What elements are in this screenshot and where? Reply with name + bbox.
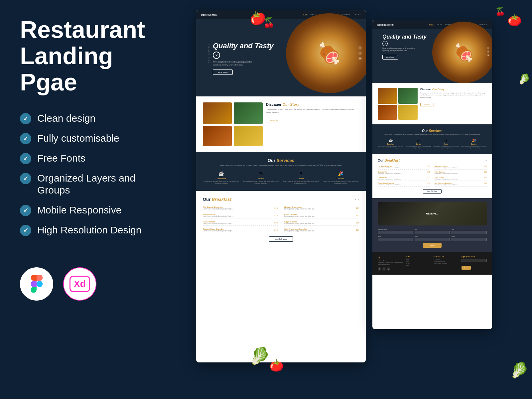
- rm-services-title: Our Services: [378, 129, 487, 133]
- item-8-price: $16: [356, 229, 359, 231]
- rm-about-text: Discauer Our Story Lorem ipsum is simply…: [420, 88, 487, 120]
- rm-about-btn[interactable]: About Us: [420, 103, 434, 106]
- main-title: Restaurant Landing Pgae: [20, 17, 143, 96]
- feature-text-responsive: Mobile Responsive: [37, 204, 121, 216]
- rm-footer-col-3: CONTACT US 📞 12345678✉ info@example.com📍…: [434, 256, 459, 271]
- rm-footer-tw-icon[interactable]: t: [382, 267, 386, 271]
- service-item-breakfast: ☕ Breakfast Lorem ipsum is simply dummy …: [203, 171, 240, 185]
- dinner-icon: 🕯: [282, 171, 320, 176]
- item-2-info: Lorem ipsum is simply dummy text of the …: [284, 208, 315, 210]
- item-5-info: Lorem ipsum is simply dummy text of the …: [203, 223, 233, 224]
- rm-services-grid: ☕ Breakfast Lorem ipsum is simply dummy …: [378, 139, 487, 149]
- rm-hero: Delicious Meal HOME ABOUT SERVICES MENU …: [372, 20, 492, 83]
- rm-photo-4: [398, 105, 418, 120]
- rm-form-time: Time: [452, 229, 487, 234]
- service-item-custom: 🎉 Custom Lorem ipsum is simply dummy tex…: [322, 171, 359, 185]
- services-grid: ☕ Breakfast Lorem ipsum is simply dummy …: [203, 171, 359, 185]
- menu-item-6: Eggs & Toast Lorem ipsum is simply dummy…: [284, 220, 359, 226]
- about-body: Lorem Ipsum is simply dummy text of the …: [266, 108, 359, 113]
- rm-about-body: Lorem ipsum is simply dummy text of the …: [420, 92, 487, 98]
- mockup-services: Our Services Lorem Ipsum is simply dummy…: [196, 152, 366, 191]
- menu-next-icon[interactable]: ›: [358, 198, 359, 201]
- lunch-name: Lunch: [243, 178, 280, 180]
- about-btn[interactable]: About Us: [266, 118, 282, 122]
- feature-item-fonts: Free Fonts: [20, 152, 143, 164]
- rm-label-people: How Many People: [378, 229, 413, 230]
- rm-hero-icon: ✕: [382, 41, 388, 46]
- menu-item-7: Classic Eggs Benedict Lorem ipsum is sim…: [203, 227, 278, 233]
- dinner-desc: Lorem ipsum is simply dummy text of the …: [282, 181, 320, 185]
- lunch-icon: 🍽: [243, 171, 280, 176]
- lunch-desc: Lorem ipsum is simply dummy text of the …: [243, 181, 280, 185]
- nav-link-home: HOME: [303, 14, 308, 16]
- rm-view-full-menu-btn[interactable]: View Full Menu: [423, 189, 442, 194]
- rm-input-email[interactable]: [415, 238, 450, 241]
- feature-item-layers: Organized Layers and Groups: [20, 172, 143, 196]
- rm-nav-contact: CONTACT: [479, 24, 487, 26]
- rm-reserve: Reserve... How Many People Date Time Nam…: [372, 198, 492, 252]
- rm-submit-btn[interactable]: Submit: [423, 243, 442, 248]
- rm-newsletter-input[interactable]: [462, 259, 487, 262]
- menu-item-4: Fried Chicken Lorem ipsum is simply dumm…: [284, 212, 359, 218]
- check-icon-customisable: [20, 133, 31, 144]
- view-full-menu-btn[interactable]: View Full Menu: [269, 236, 293, 242]
- rm-form-row-2: Name Email Phone: [378, 236, 487, 241]
- rm-label-email: Email: [415, 236, 450, 237]
- rm-form-email: Email: [415, 236, 450, 241]
- rm-footer-fb-icon[interactable]: f: [378, 267, 381, 271]
- feature-item-resolution: High Resolution Design: [20, 224, 143, 236]
- rm-hero-subtitle: We're completely independent, priding ou…: [382, 48, 416, 52]
- hero-view-menu-btn[interactable]: View Menu: [213, 69, 233, 75]
- rm-input-time[interactable]: [452, 231, 487, 234]
- custom-desc: Lorem ipsum is simply dummy text of the …: [322, 181, 359, 185]
- rm-menu: Our Breakfast ‹ › The Roast Breakfast Lo…: [372, 154, 492, 198]
- rm-input-phone[interactable]: [452, 238, 487, 241]
- tool-icons: Xd: [20, 267, 143, 301]
- rm-lunch-desc: Lorem ipsum is simply dummy text of the …: [405, 146, 431, 149]
- rm-item-7-price: $14: [427, 183, 430, 186]
- rm-input-people[interactable]: [378, 231, 413, 234]
- feature-item-responsive: Mobile Responsive: [20, 204, 143, 216]
- rm-dinner-desc: Lorem ipsum is simply dummy text of the …: [433, 146, 459, 149]
- rm-services: Our Services Lorem ipsum is simply dummy…: [372, 124, 492, 154]
- figma-badge: [20, 267, 53, 301]
- rm-menu-item-5: Corned Beef Lorem ipsum is simply dummy …: [378, 176, 430, 181]
- nav-link-contact: CONTACT: [353, 14, 361, 16]
- rm-about-title: Discauer Our Story: [420, 88, 487, 91]
- feature-item-clean: Clean design: [20, 112, 143, 124]
- rm-footer-col-2: HOME AboutMenuServicesBlogs: [406, 256, 431, 271]
- rm-menu-prev[interactable]: ‹: [484, 159, 485, 162]
- rm-newsletter-submit[interactable]: Submit: [462, 266, 471, 270]
- xd-label: Xd: [69, 276, 90, 292]
- service-item-lunch: 🍽 Lunch Lorem ipsum is simply dummy text…: [243, 171, 280, 185]
- rm-menu-next[interactable]: ›: [486, 159, 487, 162]
- services-title-italic: Services: [277, 158, 295, 163]
- menu-item-5: Corned Beef Lorem ipsum is simply dummy …: [203, 220, 278, 226]
- rm-service-breakfast: ☕ Breakfast Lorem ipsum is simply dummy …: [378, 139, 404, 149]
- rm-hero-btn[interactable]: View Menu: [382, 55, 398, 60]
- mockup-about: Discauer Our Story Lorem Ipsum is simply…: [196, 96, 366, 152]
- item-4-info: Lorem ipsum is simply dummy text of the …: [284, 215, 315, 217]
- rm-custom-desc: Lorem ipsum is simply dummy text of the …: [461, 146, 487, 149]
- menu-item-8: San Francisco Benedict Lorem ipsum is si…: [284, 227, 359, 233]
- rm-item-7-desc: Lorem ipsum is simply dummy text of the …: [378, 184, 401, 186]
- deco-lettuce-3: 🥬: [518, 73, 530, 85]
- rm-input-name[interactable]: [378, 238, 413, 241]
- rm-item-5-price: $30: [427, 177, 430, 180]
- right-panel: 🍅 🍒 🥬 🍅 🥬 🍅 🍒 🥬 Delicious Meal HOME ABOU…: [160, 0, 532, 399]
- rm-form-phone: Phone: [452, 236, 487, 241]
- vertical-text: Food Delivery: [208, 44, 210, 63]
- about-photos: [203, 102, 263, 146]
- rm-footer-col-4: Sign up for deals Submit: [462, 256, 487, 271]
- rm-footer-ig-icon[interactable]: in: [387, 267, 390, 271]
- item-4-price: $15: [356, 214, 359, 216]
- menu-prev-icon[interactable]: ‹: [355, 198, 356, 201]
- rm-item-3-desc: Lorem ipsum is simply dummy text of the …: [378, 173, 401, 174]
- rm-menu-italic: Breakfast: [385, 159, 400, 162]
- rm-dinner-name: Dinner: [433, 143, 459, 145]
- mockup-menu: Our Breakfast ‹ › The Biscuit Breakfast …: [196, 191, 366, 248]
- rm-item-2-price: $25: [484, 166, 487, 169]
- rm-label-phone: Phone: [452, 236, 487, 237]
- hero-subtitle: We're completely independent, priding ou…: [213, 61, 259, 66]
- rm-input-date[interactable]: [415, 231, 450, 234]
